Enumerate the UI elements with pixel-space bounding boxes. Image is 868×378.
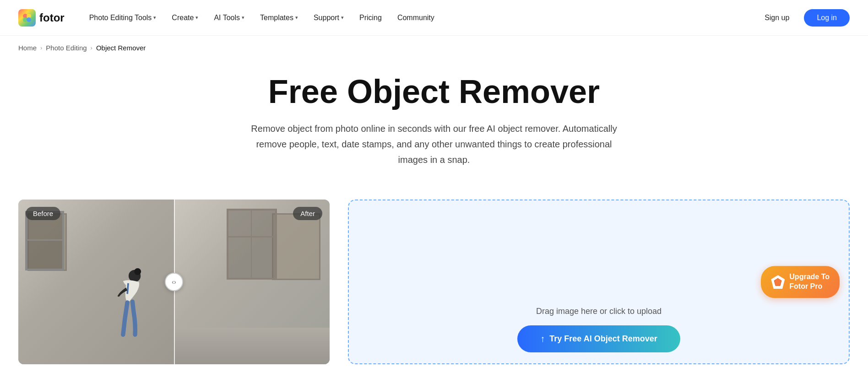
page-title: Free Object Remover (18, 74, 850, 110)
logo-link[interactable]: fotor (18, 9, 65, 27)
nav-item-community[interactable]: Community (391, 10, 441, 26)
after-label: After (293, 207, 322, 220)
chevron-down-icon: ▾ (341, 15, 344, 21)
upgrade-line1: Upgrade To (789, 272, 830, 282)
nav-item-create[interactable]: Create ▾ (165, 10, 205, 26)
logo-text: fotor (39, 11, 65, 24)
nav-label-pricing: Pricing (359, 14, 382, 22)
nav-label-ai-tools: AI Tools (214, 14, 240, 22)
before-after-panel: Before After ‹› (18, 200, 330, 364)
main-content: Before After ‹› Upgrade To Fotor Pro Dra… (0, 186, 868, 364)
nav-item-photo-editing-tools[interactable]: Photo Editing Tools ▾ (83, 10, 163, 26)
drag-text: Drag image here or click to upload (536, 307, 662, 316)
chevron-down-icon: ▾ (242, 15, 244, 21)
upgrade-badge[interactable]: Upgrade To Fotor Pro (761, 266, 840, 298)
nav-item-templates[interactable]: Templates ▾ (254, 10, 304, 26)
breadcrumb-home[interactable]: Home (18, 44, 37, 52)
before-label: Before (26, 207, 60, 220)
upload-panel[interactable]: Upgrade To Fotor Pro Drag image here or … (348, 200, 850, 364)
breadcrumb: Home › Photo Editing › Object Remover (0, 36, 868, 60)
svg-point-5 (134, 268, 141, 275)
hero-description: Remove object from photo online in secon… (251, 121, 617, 167)
after-image (174, 200, 330, 364)
nav-item-pricing[interactable]: Pricing (353, 10, 388, 26)
svg-marker-6 (774, 278, 781, 286)
slider-handle[interactable]: ‹› (165, 273, 183, 291)
nav-label-photo-editing-tools: Photo Editing Tools (89, 14, 152, 22)
diamond-icon (771, 275, 785, 289)
nav-label-community: Community (397, 14, 434, 22)
chevron-down-icon: ▾ (195, 15, 198, 21)
chevron-down-icon: ▾ (295, 15, 298, 21)
nav-item-support[interactable]: Support ▾ (307, 10, 350, 26)
chevron-down-icon: ▾ (153, 15, 156, 21)
hero-section: Free Object Remover Remove object from p… (0, 60, 868, 186)
header-actions: Sign up Log in (757, 9, 850, 27)
signup-button[interactable]: Sign up (757, 10, 797, 26)
breadcrumb-current: Object Remover (96, 44, 146, 52)
upgrade-text: Upgrade To Fotor Pro (789, 272, 830, 292)
try-button-label: Try Free AI Object Remover (549, 334, 657, 344)
nav-label-support: Support (314, 14, 339, 22)
svg-point-3 (27, 17, 31, 22)
logo-icon (18, 9, 36, 27)
breadcrumb-parent[interactable]: Photo Editing (46, 44, 87, 52)
site-header: fotor Photo Editing Tools ▾ Create ▾ AI … (0, 0, 868, 36)
before-image (18, 200, 174, 364)
upload-icon: ↑ (540, 334, 545, 344)
person-silhouette (110, 268, 146, 337)
upgrade-line2: Fotor Pro (789, 282, 830, 292)
nav-item-ai-tools[interactable]: AI Tools ▾ (207, 10, 251, 26)
breadcrumb-separator-1: › (40, 44, 42, 51)
nav-label-templates: Templates (260, 14, 293, 22)
try-button[interactable]: ↑ Try Free AI Object Remover (517, 325, 680, 352)
login-button[interactable]: Log in (804, 9, 850, 27)
nav-label-create: Create (172, 14, 194, 22)
breadcrumb-separator-2: › (91, 44, 92, 51)
main-nav: Photo Editing Tools ▾ Create ▾ AI Tools … (83, 10, 757, 26)
